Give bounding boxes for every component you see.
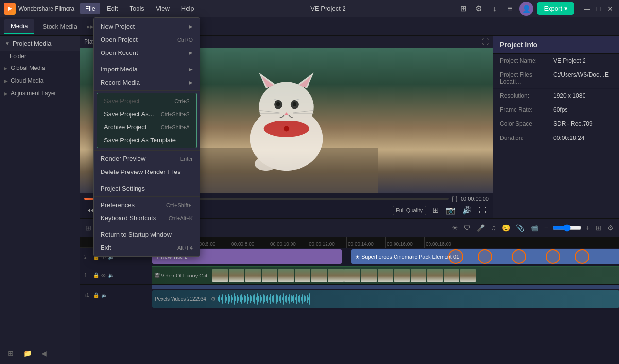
ruler-mark: 00:00:18:00 [424, 237, 463, 248]
sun-icon[interactable]: ☀ [450, 223, 460, 233]
info-row-resolution: Resolution: 1920 x 1080 [493, 89, 619, 103]
volume-button[interactable]: 🔊 [460, 204, 474, 216]
bracket-in-icon[interactable]: { [452, 195, 454, 202]
topbar-right: ⊞ ⚙ ↓ ≡ 👤 Export ▾ — □ ✕ [457, 2, 615, 16]
grid-icon[interactable]: ⊞ [594, 223, 603, 233]
menu-save-project: Save Project Ctrl+S [97, 94, 196, 107]
face-icon[interactable]: 😊 [500, 223, 512, 233]
thumbnail [378, 269, 393, 282]
thumbnail [245, 269, 261, 282]
svg-point-9 [276, 102, 280, 106]
export-button[interactable]: Export ▾ [537, 2, 574, 15]
video-clip-label: Video Of Funny Cat [161, 273, 207, 278]
folder-button[interactable]: Folder [0, 51, 80, 62]
tab-stock-media[interactable]: Stock Media [35, 20, 84, 33]
settings-icon[interactable]: ⚙ [473, 3, 484, 15]
tab-more[interactable]: ▸▸ [87, 23, 94, 30]
sidebar-item-global-media[interactable]: ▶ Global Media [0, 62, 80, 74]
chevron-icon: ▶ [4, 78, 8, 84]
info-value-resolution: 1920 x 1080 [553, 92, 585, 99]
menu-keyboard-shortcuts[interactable]: Keyboard Shortcuts Ctrl+Alt+K [94, 211, 200, 225]
thumbnail [444, 269, 459, 282]
maximize-button[interactable]: □ [594, 4, 603, 14]
menu-save-project-as[interactable]: Save Project As... Ctrl+Shift+S [97, 107, 196, 121]
player-expand-icon[interactable]: ⛶ [482, 38, 489, 46]
fit-screen-button[interactable]: ⊞ [430, 204, 441, 216]
panel-toggle-icon[interactable]: ▼ [5, 41, 10, 46]
menu-exit[interactable]: Exit Alt+F4 [94, 241, 200, 254]
close-button[interactable]: ✕ [605, 4, 615, 14]
section-label: Cloud Media [11, 77, 43, 84]
menu-save-as-template[interactable]: Save Project As Template [97, 134, 196, 147]
speaker-icon[interactable]: 🔈 [108, 272, 115, 278]
zoom-in-icon[interactable]: + [585, 223, 591, 233]
menu-project-settings[interactable]: Project Settings [94, 182, 200, 195]
fullscreen-button[interactable]: ⛶ [476, 205, 489, 216]
zoom-slider[interactable] [552, 224, 582, 232]
eye-icon[interactable]: 👁 [101, 273, 106, 278]
left-panel: ▼ Project Media Folder ▶ Global Media ▶ … [0, 36, 80, 364]
lock-icon[interactable]: 🔒 [93, 292, 100, 298]
menu-return-startup[interactable]: Return to Startup window [94, 228, 200, 241]
menu-edit[interactable]: Edit [102, 3, 122, 14]
bracket-buttons: { } [452, 195, 458, 202]
download-icon[interactable]: ↓ [488, 3, 500, 15]
zoom-out-icon[interactable]: − [543, 223, 550, 233]
thumbnail [344, 269, 360, 282]
minimize-button[interactable]: — [582, 4, 592, 14]
menu-file[interactable]: File [80, 3, 100, 14]
panel-bottom: ⊞ 📁 ◀ [0, 343, 80, 364]
menu-tools[interactable]: Tools [125, 3, 149, 14]
settings-icon[interactable]: ⚙ [606, 223, 615, 233]
menu-icon[interactable]: ≡ [504, 3, 516, 15]
user-icon[interactable]: 👤 [519, 2, 533, 16]
sidebar-item-adjustment-layer[interactable]: ▶ Adjustment Layer [0, 87, 80, 100]
menu-record-media[interactable]: Record Media ▶ [94, 76, 200, 89]
glow-circle-5 [575, 249, 589, 264]
glow-circle-2 [478, 249, 492, 264]
sidebar-item-cloud-media[interactable]: ▶ Cloud Media [0, 74, 80, 87]
ruler-mark: 00:00:12:00 [308, 237, 346, 248]
menu-view[interactable]: View [151, 3, 174, 14]
menu-render-preview[interactable]: Render Preview Enter [94, 152, 200, 165]
lock-icon[interactable]: 🔒 [93, 272, 100, 278]
menu-import-media[interactable]: Import Media ▶ [94, 63, 200, 76]
waveform [216, 290, 619, 308]
video-track-overlay [152, 285, 619, 289]
glow-circle-3 [512, 249, 526, 264]
workspace-icon[interactable]: ⊞ [457, 3, 469, 15]
clip-superheroes[interactable]: ★ Superheroes Cinematic Pack Element 01 [351, 249, 619, 264]
menu-delete-preview[interactable]: Delete Preview Render Files [94, 165, 200, 178]
track-icons: 🔒 👁 🔈 [93, 272, 115, 278]
track-row-1: 🎬 Video Of Funny Cat [152, 266, 619, 285]
tab-media[interactable]: Media [4, 19, 34, 34]
thumbnail [328, 269, 344, 282]
thumbnail [278, 269, 294, 282]
menu-archive-project[interactable]: Archive Project Ctrl+Shift+A [97, 121, 196, 134]
snapshot-button[interactable]: 📷 [443, 204, 458, 216]
project-title: VE Project 2 [201, 5, 456, 12]
right-panel: Project Info Project Name: VE Project 2 … [493, 36, 619, 218]
add-track-icon[interactable]: ⊞ [84, 223, 93, 233]
menu-preferences[interactable]: Preferences Ctrl+Shift+, [94, 198, 200, 211]
menu-new-project[interactable]: New Project ▶ [94, 20, 200, 33]
add-media-button[interactable]: ⊞ [4, 347, 17, 360]
quality-button[interactable]: Full Quality [393, 206, 426, 215]
shield-icon[interactable]: 🛡 [463, 223, 472, 233]
clip-icon[interactable]: 📎 [515, 223, 526, 233]
folder-icon[interactable]: 📁 [20, 347, 34, 360]
menu-open-recent[interactable]: Open Recent ▶ [94, 46, 200, 59]
menu-help[interactable]: Help [176, 3, 199, 14]
submenu-arrow-icon: ▶ [189, 67, 193, 72]
clip-label: Superheroes Cinematic Pack Element 01 [361, 254, 459, 260]
menu-open-project[interactable]: Open Project Ctrl+O [94, 33, 200, 46]
ruler-mark: 00:00:16:00 [385, 237, 424, 248]
collapse-panel-button[interactable]: ◀ [37, 347, 51, 360]
track-number: 2 [84, 254, 92, 260]
bracket-out-icon[interactable]: } [456, 195, 458, 202]
audio-icon[interactable]: ♫ [489, 223, 498, 233]
speaker-icon[interactable]: 🔈 [101, 292, 108, 298]
video-icon[interactable]: 📹 [529, 223, 540, 233]
audio-settings-icon[interactable]: ⚙ [211, 296, 216, 302]
mic-icon[interactable]: 🎤 [475, 223, 486, 233]
